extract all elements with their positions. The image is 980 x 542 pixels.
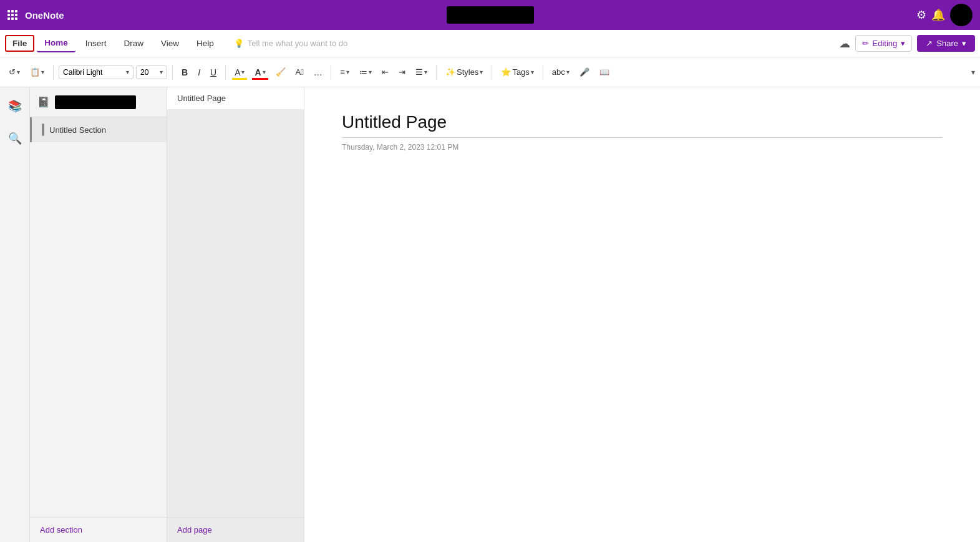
section-color-indicator xyxy=(42,123,44,136)
search-box[interactable]: 💡 Tell me what you want to do xyxy=(234,39,837,48)
lightbulb-icon: 💡 xyxy=(234,39,244,48)
section-item[interactable]: Untitled Section xyxy=(30,117,167,142)
decrease-indent-button[interactable]: ⇤ xyxy=(378,65,392,79)
toolbar-sep-1 xyxy=(53,65,54,80)
notebook-header: 📓 xyxy=(30,87,167,117)
increase-indent-button[interactable]: ⇥ xyxy=(395,65,409,79)
toolbar-sep-2 xyxy=(172,65,173,80)
pages-panel: Untitled Page Add page xyxy=(167,87,304,542)
editing-chevron-icon: ▾ xyxy=(901,39,905,48)
highlight-chevron-icon: ▾ xyxy=(241,69,245,75)
font-size-label: 20 xyxy=(140,68,148,77)
numbered-list-icon: ≔ xyxy=(359,67,367,77)
more-button[interactable]: ... xyxy=(310,64,326,80)
share-chevron-icon: ▾ xyxy=(962,39,966,48)
text-color-button[interactable]: A ▾ xyxy=(251,65,269,80)
user-avatar[interactable] xyxy=(950,4,973,26)
notebook-open-icon: 📓 xyxy=(37,96,50,108)
eraser-icon: 🧹 xyxy=(276,67,286,77)
page-item[interactable]: Untitled Page xyxy=(167,87,304,109)
bold-button[interactable]: B xyxy=(178,65,192,80)
microphone-icon: 🎤 xyxy=(580,67,589,77)
spell-check-label: abc xyxy=(552,67,565,77)
more-icon: ... xyxy=(314,67,322,78)
app-title: OneNote xyxy=(25,10,64,21)
collapse-icon: ▾ xyxy=(971,68,975,77)
bullets-button[interactable]: ≡ ▾ xyxy=(336,65,353,79)
app-grid-icon[interactable] xyxy=(7,10,17,20)
underline-button[interactable]: U xyxy=(206,65,220,80)
bullets-icon: ≡ xyxy=(340,67,345,77)
add-page-button[interactable]: Add page xyxy=(167,517,304,542)
editing-button[interactable]: ✏ Editing ▾ xyxy=(855,35,913,52)
highlight-icon: A xyxy=(235,67,240,77)
title-center xyxy=(72,6,909,24)
search-icon-button[interactable]: 🔍 xyxy=(4,127,26,150)
notebooks-icon: 📚 xyxy=(8,99,22,113)
dictation-button[interactable]: 🎤 xyxy=(576,65,593,79)
font-size-selector[interactable]: 20 ▾ xyxy=(136,65,167,79)
notebooks-icon-button[interactable]: 📚 xyxy=(4,95,26,117)
settings-icon[interactable]: ⚙ xyxy=(916,8,926,22)
menu-insert[interactable]: Insert xyxy=(78,35,114,52)
section-name: Untitled Section xyxy=(49,125,106,135)
immersive-reader-button[interactable]: 📖 xyxy=(596,65,613,79)
pages-list: Untitled Page xyxy=(167,87,304,517)
menu-help[interactable]: Help xyxy=(189,35,221,52)
menu-file[interactable]: File xyxy=(5,35,34,52)
page-content[interactable] xyxy=(342,167,943,416)
highlight-button[interactable]: A ▾ xyxy=(231,65,248,80)
clipboard-button[interactable]: 📋 ▾ xyxy=(26,65,48,79)
styles-button[interactable]: ✨ Styles ▾ xyxy=(442,65,487,79)
undo-icon: ↺ xyxy=(9,67,16,77)
decrease-indent-icon: ⇤ xyxy=(382,67,389,77)
content-area: Untitled Page Thursday, March 2, 2023 12… xyxy=(304,87,980,542)
numlist-chevron-icon: ▾ xyxy=(369,69,372,75)
bell-icon[interactable]: 🔔 xyxy=(931,8,945,22)
alignment-button[interactable]: ☰ ▾ xyxy=(412,65,431,79)
cloud-sync-icon[interactable]: ☁ xyxy=(839,37,850,51)
numbered-list-button[interactable]: ≔ ▾ xyxy=(356,65,376,79)
tags-button[interactable]: ⭐ Tags ▾ xyxy=(497,65,537,79)
share-icon: ↗ xyxy=(926,39,933,48)
title-right-controls: ⚙ 🔔 xyxy=(916,4,973,26)
menu-draw[interactable]: Draw xyxy=(117,35,152,52)
pencil-icon: ✏ xyxy=(862,39,869,48)
font-selector[interactable]: Calibri Light ▾ xyxy=(59,65,133,79)
text-color-icon: A xyxy=(255,67,261,77)
alignment-chevron-icon: ▾ xyxy=(424,69,427,75)
font-chevron-icon: ▾ xyxy=(126,69,129,75)
menu-right: ☁ ✏ Editing ▾ ↗ Share ▾ xyxy=(839,35,975,52)
spell-check-button[interactable]: abc ▾ xyxy=(548,65,573,79)
toolbar: ↺ ▾ 📋 ▾ Calibri Light ▾ 20 ▾ B I U A ▾ A… xyxy=(0,57,980,87)
eraser-button[interactable]: 🧹 xyxy=(272,65,289,79)
menu-bar: File Home Insert Draw View Help 💡 Tell m… xyxy=(0,30,980,57)
tags-label: Tags xyxy=(512,67,529,77)
styles-chevron-icon: ▾ xyxy=(480,69,483,75)
page-title[interactable]: Untitled Page xyxy=(342,112,943,138)
toolbar-sep-7 xyxy=(543,65,543,80)
increase-indent-icon: ⇥ xyxy=(399,67,405,77)
clear-format-button[interactable]: A⃥ xyxy=(292,65,308,79)
size-chevron-icon: ▾ xyxy=(160,69,163,75)
menu-home[interactable]: Home xyxy=(37,34,75,52)
styles-icon: ✨ xyxy=(445,67,455,77)
italic-button[interactable]: I xyxy=(194,65,204,80)
undo-button[interactable]: ↺ ▾ xyxy=(5,65,24,79)
undo-chevron-icon: ▾ xyxy=(17,69,20,75)
sections-list: Untitled Section xyxy=(30,117,167,517)
spell-chevron-icon: ▾ xyxy=(566,69,570,75)
add-section-button[interactable]: Add section xyxy=(30,517,167,542)
text-color-chevron-icon: ▾ xyxy=(263,69,266,75)
immersive-reader-icon: 📖 xyxy=(599,67,609,77)
toolbar-sep-6 xyxy=(492,65,492,80)
font-name-label: Calibri Light xyxy=(63,68,102,77)
alignment-icon: ☰ xyxy=(415,67,423,77)
menu-view[interactable]: View xyxy=(153,35,187,52)
search-placeholder-text: Tell me what you want to do xyxy=(248,39,347,48)
notebook-name-bar xyxy=(55,95,136,109)
editing-label: Editing xyxy=(873,39,898,48)
account-bar xyxy=(447,6,534,24)
share-button[interactable]: ↗ Share ▾ xyxy=(917,35,975,52)
toolbar-collapse-button[interactable]: ▾ xyxy=(971,68,975,77)
